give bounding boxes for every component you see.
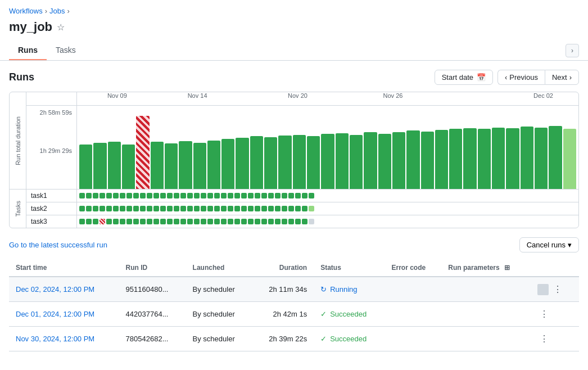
dot[interactable] (160, 193, 166, 198)
dot[interactable] (167, 206, 173, 211)
dot[interactable] (302, 206, 307, 211)
dot[interactable] (167, 219, 173, 224)
dot[interactable] (288, 193, 294, 198)
bar[interactable] (478, 129, 491, 189)
dot[interactable] (113, 193, 119, 198)
dot[interactable] (153, 206, 159, 211)
bar[interactable] (321, 134, 334, 189)
dot[interactable] (295, 206, 301, 211)
dot[interactable] (167, 193, 173, 198)
dot[interactable] (241, 219, 247, 224)
dot[interactable] (160, 219, 166, 224)
dot[interactable] (214, 219, 220, 224)
bar[interactable] (350, 135, 363, 189)
dot[interactable] (234, 206, 240, 211)
bar[interactable] (449, 129, 462, 189)
dot[interactable] (113, 219, 119, 224)
dot[interactable] (201, 219, 206, 224)
bar[interactable] (307, 136, 320, 189)
dot[interactable] (180, 219, 186, 224)
dot[interactable] (140, 219, 146, 224)
dot[interactable] (221, 193, 227, 198)
dot[interactable] (99, 206, 105, 211)
dot[interactable] (126, 193, 132, 198)
dot-failed[interactable] (99, 219, 105, 224)
dot[interactable] (147, 193, 152, 198)
bar[interactable] (264, 137, 277, 189)
dot[interactable] (234, 219, 240, 224)
dot[interactable] (275, 193, 281, 198)
dot[interactable] (120, 219, 125, 224)
dot[interactable] (106, 206, 112, 211)
bar[interactable] (278, 136, 291, 189)
dot[interactable] (174, 219, 179, 224)
dot[interactable] (180, 206, 186, 211)
bar[interactable] (165, 143, 178, 189)
bar[interactable] (193, 143, 206, 189)
dot[interactable] (302, 219, 307, 224)
dot[interactable] (133, 193, 139, 198)
dot[interactable] (187, 219, 193, 224)
bar[interactable] (378, 134, 391, 189)
dot[interactable] (126, 206, 132, 211)
dot[interactable] (174, 193, 179, 198)
tab-tasks[interactable]: Tasks (47, 41, 85, 60)
dot[interactable] (282, 206, 287, 211)
dot[interactable] (147, 219, 152, 224)
dot[interactable] (194, 193, 200, 198)
bar[interactable] (221, 139, 234, 189)
bar[interactable] (549, 126, 562, 189)
dot[interactable] (126, 219, 132, 224)
bar[interactable] (236, 138, 248, 189)
dot-gray[interactable] (309, 219, 314, 224)
dot-running[interactable] (309, 206, 314, 211)
bar[interactable] (207, 141, 220, 189)
more-options-button[interactable]: ⋮ (537, 332, 551, 345)
dot[interactable] (194, 206, 200, 211)
dot[interactable] (309, 193, 314, 198)
dot[interactable] (201, 206, 206, 211)
bar[interactable] (250, 136, 263, 189)
bar[interactable] (293, 135, 306, 189)
bar[interactable] (535, 128, 548, 189)
dot[interactable] (120, 193, 125, 198)
bar[interactable] (364, 132, 377, 189)
dot[interactable] (93, 219, 98, 224)
dot[interactable] (79, 193, 85, 198)
run-date-link[interactable]: Nov 30, 2024, 12:00 PM (16, 335, 94, 343)
run-date-link[interactable]: Dec 01, 2024, 12:00 PM (16, 310, 94, 318)
tab-runs[interactable]: Runs (9, 41, 47, 60)
more-options-button[interactable]: ⋮ (551, 283, 564, 296)
dot[interactable] (187, 193, 193, 198)
dot[interactable] (79, 219, 85, 224)
dot[interactable] (248, 206, 254, 211)
bar[interactable] (506, 128, 519, 189)
breadcrumb-jobs[interactable]: Jobs (49, 7, 65, 15)
next-button[interactable]: Next › (545, 70, 579, 85)
dot[interactable] (93, 193, 98, 198)
dot[interactable] (282, 193, 287, 198)
bar[interactable] (492, 128, 505, 189)
dot[interactable] (228, 219, 233, 224)
dot[interactable] (153, 193, 159, 198)
more-options-button[interactable]: ⋮ (537, 308, 551, 321)
dot[interactable] (255, 206, 260, 211)
dot[interactable] (241, 193, 247, 198)
dot[interactable] (234, 193, 240, 198)
bar[interactable] (463, 128, 476, 189)
dot[interactable] (207, 206, 213, 211)
dot[interactable] (147, 206, 152, 211)
dot[interactable] (106, 219, 112, 224)
dot[interactable] (133, 219, 139, 224)
dot[interactable] (241, 206, 247, 211)
dot[interactable] (255, 219, 260, 224)
dot[interactable] (214, 206, 220, 211)
star-icon[interactable]: ☆ (57, 22, 65, 33)
breadcrumb-workflows[interactable]: Workflows (9, 7, 43, 15)
dot[interactable] (207, 193, 213, 198)
cancel-runs-button[interactable]: Cancel runs ▾ (519, 237, 579, 252)
dot[interactable] (86, 219, 92, 224)
bar[interactable] (108, 142, 121, 189)
dot[interactable] (228, 193, 233, 198)
dot[interactable] (86, 206, 92, 211)
